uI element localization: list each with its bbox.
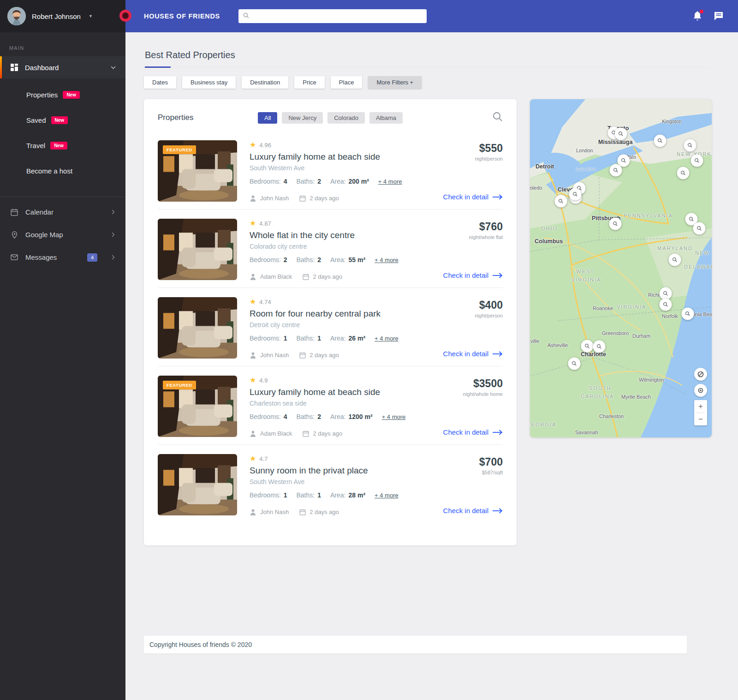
new-badge: New bbox=[50, 142, 67, 150]
cta-label: Check in detail bbox=[443, 428, 488, 436]
person-icon bbox=[250, 195, 256, 202]
sidebar-item-dashboard[interactable]: Dashboard bbox=[0, 56, 125, 78]
sidebar-item-become-a-host[interactable]: Become a host bbox=[0, 158, 125, 184]
tab-new-jercy[interactable]: New Jercy bbox=[282, 112, 323, 124]
more-specs-link[interactable]: + 4 more bbox=[375, 335, 399, 342]
search-icon bbox=[657, 138, 663, 144]
property-meta: John Nash 2 days ago bbox=[250, 188, 423, 202]
sidebar-toggle-dot[interactable] bbox=[119, 10, 131, 22]
more-specs-link[interactable]: + 4 more bbox=[375, 492, 399, 499]
sidebar-item-travel[interactable]: Travel New bbox=[0, 133, 125, 158]
property-listing: ★4.7 Sunny room in the privat place Sout… bbox=[144, 445, 517, 523]
property-title: Room for four nearby central park bbox=[250, 309, 423, 319]
panel-search-icon[interactable] bbox=[493, 112, 503, 124]
property-listing: ★4.74 Room for four nearby central park … bbox=[144, 288, 517, 366]
map-label: Greensboro bbox=[602, 330, 629, 336]
my-location-button[interactable] bbox=[694, 384, 707, 397]
copyright-text: Copyright Houses of friends © 2020 bbox=[149, 641, 252, 648]
search-icon bbox=[572, 191, 578, 197]
dashboard-grid-icon bbox=[10, 63, 18, 72]
property-meta: Adam Black 2 days ago bbox=[250, 424, 423, 437]
property-meta: Adam Black 2 days ago bbox=[250, 267, 423, 280]
property-specs: Bedrooms:1 Baths:1 Area:26 m² + 4 more bbox=[250, 335, 423, 342]
check-in-detail-link[interactable]: Check in detail bbox=[443, 193, 503, 202]
star-icon: ★ bbox=[250, 455, 256, 462]
brand-logo[interactable]: HOUSES OF FRIENDS bbox=[144, 12, 220, 20]
filter-dates-button[interactable]: Dates bbox=[144, 76, 176, 89]
user-profile[interactable]: Robert Johnson ▼ bbox=[0, 0, 125, 32]
map-marker[interactable] bbox=[615, 128, 627, 140]
map-marker[interactable] bbox=[568, 358, 581, 370]
sidebar-item-messages[interactable]: Messages 4 bbox=[0, 246, 125, 269]
more-specs-link[interactable]: + 4 more bbox=[378, 178, 402, 185]
map-marker[interactable] bbox=[609, 218, 622, 230]
map-marker[interactable] bbox=[693, 222, 706, 235]
search-icon bbox=[571, 361, 577, 367]
map-panel[interactable]: + − KingstonTorontoMississaugaLondonNEW … bbox=[530, 99, 712, 437]
check-in-detail-link[interactable]: Check in detail bbox=[443, 507, 503, 515]
filter-business-stay-button[interactable]: Business stay bbox=[182, 76, 236, 89]
tab-albama[interactable]: Albama bbox=[369, 112, 403, 124]
map-label: VIRGINIA bbox=[571, 277, 601, 282]
rating-value: 4.96 bbox=[259, 142, 271, 149]
messages-count-badge: 4 bbox=[87, 253, 97, 262]
filter-price-button[interactable]: Price bbox=[294, 76, 325, 89]
map-marker[interactable] bbox=[593, 341, 606, 353]
author-name: Adam Black bbox=[260, 430, 292, 437]
calendar-icon bbox=[299, 352, 306, 359]
sidebar-item-saved[interactable]: Saved New bbox=[0, 108, 125, 133]
notifications-bell-icon[interactable] bbox=[692, 11, 703, 22]
top-header: HOUSES OF FRIENDS bbox=[125, 0, 738, 32]
price-unit: night/person bbox=[475, 156, 503, 162]
search-icon bbox=[613, 168, 619, 174]
search-icon bbox=[672, 257, 678, 263]
map-marker[interactable] bbox=[691, 155, 703, 167]
check-in-detail-link[interactable]: Check in detail bbox=[443, 350, 503, 359]
more-specs-link[interactable]: + 4 more bbox=[375, 257, 399, 263]
search-icon bbox=[663, 302, 669, 308]
zoom-out-button[interactable]: − bbox=[694, 413, 707, 425]
filter-place-button[interactable]: Place bbox=[331, 76, 363, 89]
tab-colorado[interactable]: Colorado bbox=[327, 112, 365, 124]
check-in-detail-link[interactable]: Check in detail bbox=[443, 428, 503, 437]
posted-date: 2 days ago bbox=[309, 509, 339, 515]
property-photo bbox=[158, 219, 237, 280]
property-photo: FEATURED bbox=[158, 376, 237, 437]
sidebar-item-google-map[interactable]: Google Map bbox=[0, 223, 125, 246]
map-marker[interactable] bbox=[555, 195, 567, 208]
price-unit: night/person bbox=[475, 313, 503, 318]
map-label: Lake Erie bbox=[576, 166, 596, 172]
person-icon bbox=[250, 509, 256, 515]
map-marker[interactable] bbox=[610, 164, 622, 177]
map-marker[interactable] bbox=[677, 167, 690, 179]
chevron-down-icon: ▼ bbox=[89, 14, 93, 18]
more-filters-button[interactable]: More Filters + bbox=[368, 76, 422, 89]
envelope-icon bbox=[10, 253, 18, 262]
sidebar-item-calendar[interactable]: Calendar bbox=[0, 201, 125, 223]
chat-icon[interactable] bbox=[713, 11, 724, 22]
map-marker[interactable] bbox=[669, 254, 681, 266]
tab-all[interactable]: All bbox=[258, 112, 277, 124]
property-title: Luxury family home at beach side bbox=[250, 387, 423, 397]
header-search-input[interactable] bbox=[253, 13, 422, 20]
price: $3500 bbox=[473, 377, 503, 390]
price: $700 bbox=[479, 456, 503, 468]
map-compass-button[interactable] bbox=[694, 368, 707, 381]
map-marker[interactable] bbox=[682, 308, 694, 320]
map-marker[interactable] bbox=[581, 340, 594, 353]
map-marker[interactable] bbox=[569, 188, 582, 201]
map-marker[interactable] bbox=[660, 287, 672, 300]
filter-destination-button[interactable]: Destination bbox=[242, 76, 288, 89]
sidebar-item-properties[interactable]: Properties New bbox=[0, 82, 125, 108]
map-marker[interactable] bbox=[654, 135, 667, 147]
map-label: NEW JERSEY bbox=[695, 250, 712, 256]
header-search[interactable] bbox=[238, 9, 427, 23]
page-title: Best Rated Properties bbox=[145, 50, 709, 60]
check-in-detail-link[interactable]: Check in detail bbox=[443, 271, 503, 280]
map-marker[interactable] bbox=[660, 299, 672, 311]
map-marker[interactable] bbox=[684, 139, 696, 152]
posted-date: 2 days ago bbox=[309, 352, 339, 359]
zoom-in-button[interactable]: + bbox=[694, 400, 707, 413]
map-label: Durham bbox=[632, 333, 650, 339]
more-specs-link[interactable]: + 4 more bbox=[382, 413, 406, 420]
